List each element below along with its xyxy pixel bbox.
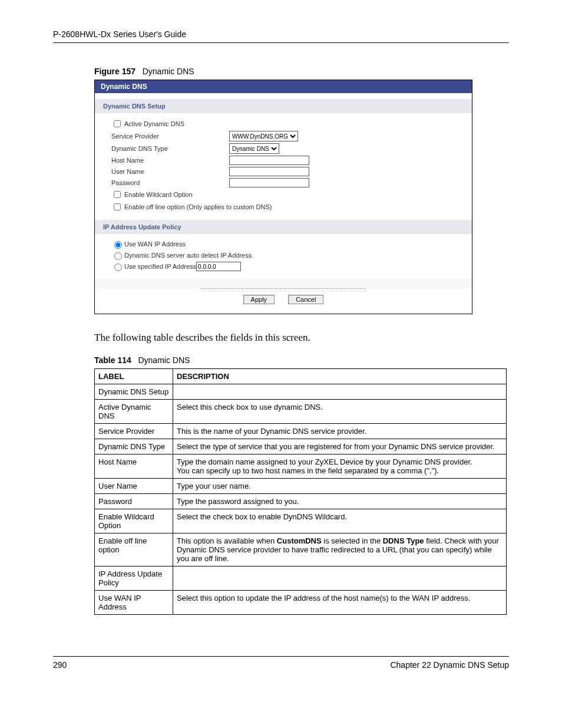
table-row: Dynamic DNS Setup (95, 384, 507, 400)
figure-label: Figure 157 (94, 67, 135, 76)
user-name-label: User Name (111, 168, 229, 175)
table-row: Use WAN IP AddressSelect this option to … (95, 591, 507, 615)
use-wan-label: Use WAN IP Address (124, 241, 186, 248)
password-input[interactable] (229, 178, 309, 187)
host-name-input[interactable] (229, 156, 309, 165)
description-table: LABEL DESCRIPTION Dynamic DNS Setup Acti… (94, 368, 507, 615)
specified-ip-input[interactable] (196, 262, 241, 271)
figure-caption: Figure 157 Dynamic DNS (94, 67, 509, 76)
table-row: PasswordType the password assigned to yo… (95, 494, 507, 509)
table-row: Active Dynamic DNSSelect this check box … (95, 400, 507, 424)
table-row: Enable Wildcard OptionSelect the check b… (95, 509, 507, 533)
specified-ip-radio[interactable] (114, 263, 122, 271)
document-header: P-2608HWL-Dx Series User's Guide (53, 29, 509, 43)
page-number: 290 (53, 660, 67, 670)
cell-offline-desc: This option is available when CustomDNS … (173, 533, 507, 566)
offline-checkbox[interactable] (114, 203, 121, 210)
table-title: Dynamic DNS (138, 355, 190, 365)
table-row: Service ProviderThis is the name of your… (95, 424, 507, 439)
section-header-policy: IP Address Update Policy (95, 220, 472, 234)
figure-title: Dynamic DNS (143, 67, 194, 76)
apply-button[interactable]: Apply (243, 295, 275, 304)
host-name-label: Host Name (111, 157, 229, 164)
panel-title: Dynamic DNS (95, 80, 472, 93)
table-row: Dynamic DNS TypeSelect the type of servi… (95, 439, 507, 454)
offline-label: Enable off line option (Only applies to … (124, 203, 272, 210)
specified-ip-label: Use specified IP Address (124, 263, 196, 270)
active-dns-checkbox[interactable] (114, 120, 121, 127)
dns-type-select[interactable]: Dynamic DNS (229, 143, 279, 154)
table-row: Host NameType the domain name assigned t… (95, 454, 507, 479)
table-caption: Table 114 Dynamic DNS (94, 355, 509, 365)
chapter-title: Chapter 22 Dynamic DNS Setup (390, 660, 509, 670)
service-provider-select[interactable]: WWW.DynDNS.ORG (229, 131, 298, 141)
table-label: Table 114 (94, 355, 131, 365)
table-row: Enable off line optionThis option is ava… (95, 533, 507, 566)
wildcard-label: Enable Wildcard Option (124, 191, 193, 198)
cancel-button[interactable]: Cancel (288, 295, 323, 304)
use-wan-radio[interactable] (114, 241, 122, 249)
auto-detect-radio[interactable] (114, 252, 122, 260)
section-header-setup: Dynamic DNS Setup (95, 99, 472, 113)
wildcard-checkbox[interactable] (114, 191, 121, 198)
auto-detect-label: Dynamic DNS server auto detect IP Addres… (124, 252, 252, 259)
dns-type-label: Dynamic DNS Type (111, 145, 229, 152)
cell-host-desc: Type the domain name assigned to your Zy… (173, 454, 507, 479)
th-label: LABEL (95, 369, 173, 384)
page-footer: 290 Chapter 22 Dynamic DNS Setup (53, 656, 509, 670)
body-text: The following table describes the fields… (94, 332, 509, 344)
th-desc: DESCRIPTION (173, 369, 507, 384)
service-provider-label: Service Provider (111, 133, 229, 140)
password-label: Password (111, 179, 229, 186)
active-dns-label: Active Dynamic DNS (124, 120, 242, 127)
screenshot-panel: Dynamic DNS Dynamic DNS Setup Active Dyn… (94, 80, 472, 314)
table-row: User NameType your user name. (95, 479, 507, 494)
table-row: IP Address Update Policy (95, 566, 507, 591)
user-name-input[interactable] (229, 167, 309, 176)
